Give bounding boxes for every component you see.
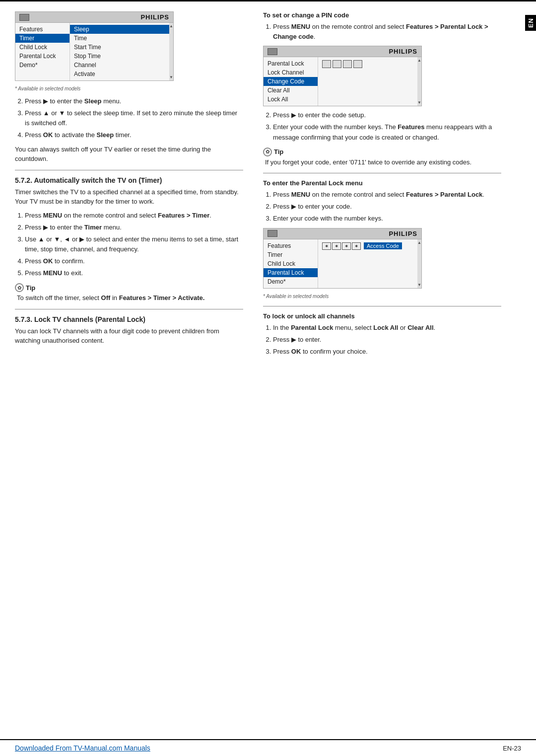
divider-3 bbox=[263, 173, 501, 173]
lock-all-item: Lock All bbox=[264, 95, 318, 104]
clear-all-item: Clear All bbox=[264, 86, 318, 95]
monitor-icon-3 bbox=[268, 230, 277, 237]
scroll-down-1: ▼ bbox=[169, 75, 173, 79]
left-column: PHILIPS Features Timer Child Lock Parent… bbox=[15, 11, 258, 729]
scroll-down-3: ▼ bbox=[417, 283, 421, 287]
philips-logo-1: PHILIPS bbox=[140, 13, 169, 21]
pin-section-title: To set or change a PIN code bbox=[263, 11, 501, 19]
change-code-item: Change Code bbox=[264, 77, 318, 86]
star-4: ✶ bbox=[352, 242, 361, 250]
features-label-3: Features bbox=[264, 241, 318, 250]
tip-content-2: If you forget your code, enter '0711' tw… bbox=[265, 157, 501, 167]
sleep-step-3: Press ▲ or ▼ to select the sleep time. I… bbox=[25, 108, 243, 128]
section-573-para: You can lock TV channels with a four dig… bbox=[15, 326, 243, 346]
tv-ui-header-2: PHILIPS bbox=[264, 46, 421, 57]
tv-ui-header-3: PHILIPS bbox=[264, 228, 421, 239]
menu-demo: Demo* bbox=[15, 61, 69, 70]
star-3: ✶ bbox=[342, 242, 351, 250]
child-lock-label-3: Child Lock bbox=[264, 259, 318, 268]
philips-logo-3: PHILIPS bbox=[389, 230, 417, 237]
timer-step-4: Press OK to confirm. bbox=[25, 256, 243, 266]
footnote-3: * Available in selected models bbox=[263, 293, 501, 300]
lock-step-3: Press OK to confirm your choice. bbox=[273, 347, 501, 357]
star-1: ✶ bbox=[322, 242, 331, 250]
tip-icon-1: ✿ bbox=[15, 283, 24, 292]
tv-ui-features: PHILIPS Features Timer Child Lock Parent… bbox=[15, 11, 174, 81]
scroll-up-2: ▲ bbox=[417, 58, 421, 63]
code-box-4 bbox=[353, 60, 362, 68]
section-573-title: 5.7.3. Lock TV channels (Parental Lock) bbox=[15, 315, 243, 323]
monitor-icon-2 bbox=[268, 48, 277, 55]
pin-steps-2: Press ▶ to enter the code setup. Enter y… bbox=[263, 110, 501, 142]
section-572-title: 5.7.2. Automatically switch the TV on (T… bbox=[15, 176, 243, 184]
parental-step-3: Enter your code with the number keys. bbox=[273, 214, 501, 224]
tv-ui-right-menu-2: ▲ ▼ bbox=[318, 57, 421, 106]
menu-parental-lock: Parental Lock bbox=[15, 52, 69, 61]
tv-ui-body-3: Features Timer Child Lock Parental Lock … bbox=[264, 239, 421, 288]
pin-step-3: Enter your code with the number keys. Th… bbox=[273, 122, 501, 142]
divider-1 bbox=[15, 170, 243, 170]
lock-step-1: In the Parental Lock menu, select Lock A… bbox=[273, 323, 501, 333]
sleep-step-4: Press OK to activate the Sleep timer. bbox=[25, 130, 243, 140]
tip-title-2: ✿ Tip bbox=[263, 148, 501, 156]
timer-step-1: Press MENU on the remote control and sel… bbox=[25, 211, 243, 221]
footer-link[interactable]: Downloaded From TV-Manual.com Manuals bbox=[15, 744, 150, 752]
lock-steps: In the Parental Lock menu, select Lock A… bbox=[263, 323, 501, 357]
pin-steps-1: Press MENU on the remote control and sel… bbox=[263, 22, 501, 42]
sleep-steps: Press ▶ to enter the Sleep menu. Press ▲… bbox=[15, 96, 243, 141]
code-input-boxes bbox=[318, 59, 421, 69]
tv-ui-right-menu-1: Sleep Time Start Time Stop Time Channel … bbox=[70, 23, 173, 80]
tv-ui-body-2: Parental Lock Lock Channel Change Code C… bbox=[264, 57, 421, 106]
tip-label-2: Tip bbox=[274, 148, 283, 155]
code-box-2 bbox=[333, 60, 341, 68]
sub-channel: Channel bbox=[70, 61, 173, 70]
code-box-1 bbox=[322, 60, 331, 68]
section-572-para: Timer switches the TV to a specified cha… bbox=[15, 187, 243, 207]
right-column: To set or change a PIN code Press MENU o… bbox=[258, 11, 501, 729]
sub-sleep: Sleep bbox=[70, 25, 173, 34]
scroll-down-2: ▼ bbox=[417, 100, 421, 105]
monitor-icon bbox=[19, 14, 29, 21]
parental-lock-label-3: Parental Lock bbox=[264, 268, 318, 277]
tv-ui-right-menu-3: ✶ ✶ ✶ ✶ Access Code ▲ ▼ bbox=[318, 239, 421, 288]
sleep-step-2: Press ▶ to enter the Sleep menu. bbox=[25, 96, 243, 106]
tip-label-1: Tip bbox=[26, 284, 35, 292]
sub-activate: Activate bbox=[70, 70, 173, 78]
page: EN PHILIPS Features Timer Child Lock Par… bbox=[0, 0, 536, 756]
scroll-up-3: ▲ bbox=[417, 240, 421, 245]
page-number: EN-23 bbox=[503, 745, 521, 752]
lock-channel-item: Lock Channel bbox=[264, 68, 318, 77]
main-content: PHILIPS Features Timer Child Lock Parent… bbox=[0, 1, 536, 739]
sleep-info: You can always switch off your TV earlie… bbox=[15, 145, 243, 164]
tv-ui-left-menu-1: Features Timer Child Lock Parental Lock … bbox=[15, 23, 70, 80]
tv-ui-parental: PHILIPS Parental Lock Lock Channel Chang… bbox=[263, 46, 422, 106]
tv-ui-features-2: PHILIPS Features Timer Child Lock Parent… bbox=[263, 228, 422, 289]
tip-box-2: ✿ Tip If you forget your code, enter '07… bbox=[263, 148, 501, 167]
parental-lock-label: Parental Lock bbox=[264, 59, 318, 68]
divider-4 bbox=[263, 306, 501, 306]
tv-ui-header-1: PHILIPS bbox=[15, 12, 173, 23]
access-code-label: Access Code bbox=[364, 242, 402, 249]
tv-ui-left-menu-2: Parental Lock Lock Channel Change Code C… bbox=[264, 57, 318, 106]
timer-steps: Press MENU on the remote control and sel… bbox=[15, 211, 243, 279]
pin-step-1: Press MENU on the remote control and sel… bbox=[273, 22, 501, 42]
tip-title-1: ✿ Tip bbox=[15, 283, 243, 292]
star-code-row: ✶ ✶ ✶ ✶ Access Code bbox=[318, 241, 421, 251]
tv-ui-body-1: Features Timer Child Lock Parental Lock … bbox=[15, 23, 173, 80]
parental-steps: Press MENU on the remote control and sel… bbox=[263, 190, 501, 224]
footnote-1: * Available in selected models bbox=[15, 85, 243, 92]
menu-features: Features bbox=[15, 25, 69, 34]
en-tab: EN bbox=[525, 15, 536, 31]
lock-step-2: Press ▶ to enter. bbox=[273, 335, 501, 345]
sub-start-time: Start Time bbox=[70, 43, 173, 52]
sub-time: Time bbox=[70, 34, 173, 43]
lock-section-title: To lock or unlock all channels bbox=[263, 312, 501, 320]
timer-label-3: Timer bbox=[264, 250, 318, 259]
timer-step-3: Use ▲ or ▼, ◄ or ▶ to select and enter t… bbox=[25, 234, 243, 254]
scroll-bar-1: ▲ ▼ bbox=[169, 23, 173, 80]
divider-2 bbox=[15, 309, 243, 309]
tip-box-1: ✿ Tip To switch off the timer, select Of… bbox=[15, 283, 243, 303]
sub-stop-time: Stop Time bbox=[70, 52, 173, 61]
scroll-bar-2: ▲ ▼ bbox=[417, 57, 421, 106]
scroll-bar-3: ▲ ▼ bbox=[417, 239, 421, 288]
